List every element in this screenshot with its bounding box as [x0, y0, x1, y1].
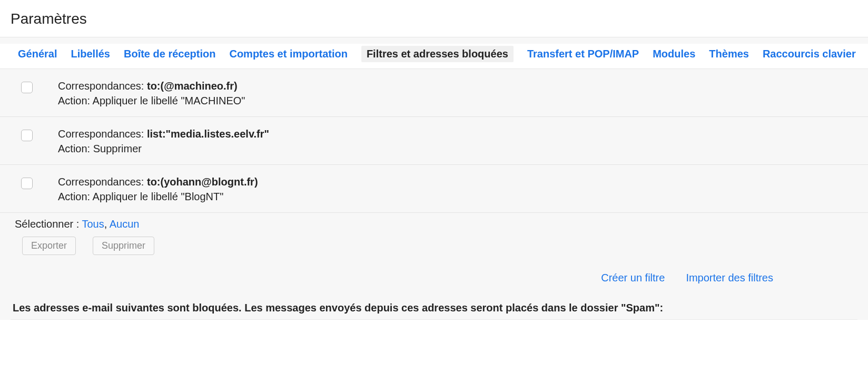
filter-description: Correspondances: to:(@machineo.fr) Actio… [58, 79, 245, 108]
tab-inbox[interactable]: Boîte de réception [124, 46, 215, 62]
filter-action: Action: Appliquer le libellé "BlogNT" [58, 189, 258, 204]
filter-action: Action: Supprimer [58, 141, 269, 156]
bulk-action-buttons: Exporter Supprimer [0, 233, 868, 261]
filter-match-label: Correspondances: [58, 176, 147, 188]
filter-row: Correspondances: to:(@machineo.fr) Actio… [0, 69, 868, 117]
filter-action-links: Créer un filtre Importer des filtres [0, 261, 868, 295]
tab-keyboard-shortcuts[interactable]: Raccourcis clavier [763, 46, 856, 62]
select-all-link[interactable]: Tous [82, 218, 104, 230]
select-label: Sélectionner : [15, 218, 82, 230]
select-row: Sélectionner : Tous, Aucun [0, 213, 868, 233]
page-title: Paramètres [0, 0, 868, 37]
settings-tabs: Général Libellés Boîte de réception Comp… [0, 44, 868, 69]
filter-row: Correspondances: list:"media.listes.eelv… [0, 117, 868, 165]
tab-addons[interactable]: Modules [653, 46, 695, 62]
blocked-addresses-heading: Les adresses e-mail suivantes sont bloqu… [0, 295, 868, 319]
tab-accounts-import[interactable]: Comptes et importation [229, 46, 347, 62]
select-separator: , [104, 218, 110, 230]
settings-content: Général Libellés Boîte de réception Comp… [0, 37, 868, 320]
export-button[interactable]: Exporter [22, 237, 76, 255]
tab-forwarding-pop-imap[interactable]: Transfert et POP/IMAP [527, 46, 639, 62]
tab-filters-blocked[interactable]: Filtres et adresses bloquées [361, 46, 514, 62]
filter-description: Correspondances: to:(yohann@blognt.fr) A… [58, 174, 258, 204]
filters-list: Correspondances: to:(@machineo.fr) Actio… [0, 69, 868, 213]
import-filters-link[interactable]: Importer des filtres [686, 272, 773, 284]
tab-themes[interactable]: Thèmes [709, 46, 749, 62]
filter-checkbox[interactable] [21, 178, 33, 189]
filter-match-value: to:(yohann@blognt.fr) [147, 176, 258, 188]
divider [11, 319, 857, 320]
filter-checkbox[interactable] [21, 130, 33, 141]
filter-match-label: Correspondances: [58, 128, 147, 140]
filter-action: Action: Appliquer le libellé "MACHINEO" [58, 93, 245, 108]
filter-row: Correspondances: to:(yohann@blognt.fr) A… [0, 165, 868, 213]
delete-button[interactable]: Supprimer [93, 237, 154, 255]
create-filter-link[interactable]: Créer un filtre [601, 272, 665, 284]
filter-match-value: to:(@machineo.fr) [147, 80, 238, 92]
tab-general[interactable]: Général [18, 46, 57, 62]
filter-checkbox[interactable] [21, 82, 33, 93]
tab-labels[interactable]: Libellés [71, 46, 110, 62]
select-none-link[interactable]: Aucun [110, 218, 140, 230]
filter-description: Correspondances: list:"media.listes.eelv… [58, 126, 269, 156]
filter-match-label: Correspondances: [58, 80, 147, 92]
filter-match-value: list:"media.listes.eelv.fr" [147, 128, 269, 140]
